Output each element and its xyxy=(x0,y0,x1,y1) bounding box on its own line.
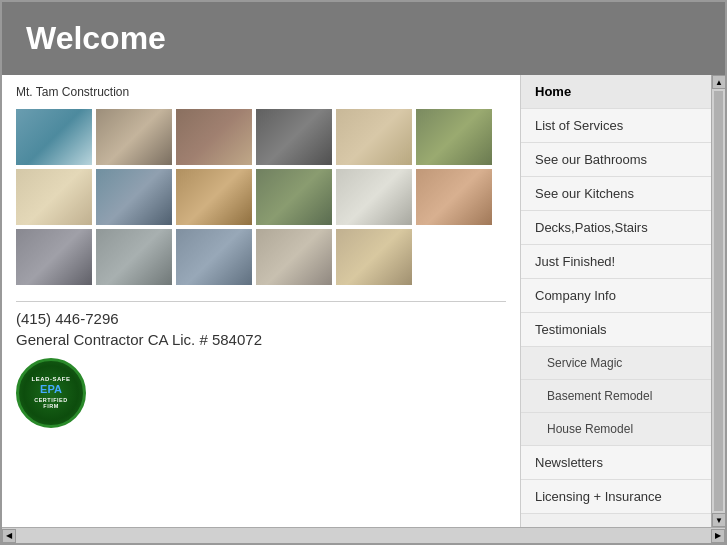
page-title: Welcome xyxy=(26,20,166,56)
scroll-right-button[interactable]: ▶ xyxy=(711,529,725,543)
company-name: Mt. Tam Construction xyxy=(16,85,506,99)
photo-7[interactable] xyxy=(16,169,92,225)
sidebar-item-see-our-bathrooms[interactable]: See our Bathrooms xyxy=(521,143,711,177)
epa-lead-safe: LEAD-SAFE xyxy=(32,376,71,383)
content-area: Mt. Tam Construction xyxy=(2,75,521,527)
photo-12[interactable] xyxy=(416,169,492,225)
photo-6[interactable] xyxy=(416,109,492,165)
photo-16[interactable] xyxy=(256,229,332,285)
epa-firm: FIRM xyxy=(43,403,58,410)
photo-8[interactable] xyxy=(96,169,172,225)
bottom-scrollbar: ◀ ▶ xyxy=(2,527,725,543)
main-window: Welcome Mt. Tam Construction xyxy=(0,0,727,545)
photo-15[interactable] xyxy=(176,229,252,285)
photo-3[interactable] xyxy=(176,109,252,165)
page-header: Welcome xyxy=(2,2,725,75)
sidebar-item-list-of-services[interactable]: List of Services xyxy=(521,109,711,143)
sidebar-item-newsletters[interactable]: Newsletters xyxy=(521,446,711,480)
scroll-up-button[interactable]: ▲ xyxy=(712,75,725,89)
photo-5[interactable] xyxy=(336,109,412,165)
horizontal-scroll-track[interactable] xyxy=(16,528,711,543)
sidebar-item-house-remodel[interactable]: House Remodel xyxy=(521,413,711,446)
right-scrollbar: ▲ ▼ xyxy=(711,75,725,527)
sidebar-item-service-magic[interactable]: Service Magic xyxy=(521,347,711,380)
scroll-thumb[interactable] xyxy=(714,91,723,511)
epa-certified: CERTIFIED xyxy=(34,397,68,404)
sidebar-item-testimonials[interactable]: Testimonials xyxy=(521,313,711,347)
sidebar: Home List of Services See our Bathrooms … xyxy=(521,75,711,527)
photo-11[interactable] xyxy=(336,169,412,225)
divider xyxy=(16,301,506,302)
sidebar-item-just-finished[interactable]: Just Finished! xyxy=(521,245,711,279)
photo-13[interactable] xyxy=(16,229,92,285)
phone-number: (415) 446-7296 xyxy=(16,310,506,327)
photo-2[interactable] xyxy=(96,109,172,165)
photo-1[interactable] xyxy=(16,109,92,165)
main-content-area: Mt. Tam Construction xyxy=(2,75,725,527)
photo-grid xyxy=(16,109,506,285)
license-number: General Contractor CA Lic. # 584072 xyxy=(16,331,506,348)
sidebar-item-see-our-kitchens[interactable]: See our Kitchens xyxy=(521,177,711,211)
sidebar-item-basement-remodel[interactable]: Basement Remodel xyxy=(521,380,711,413)
photo-9[interactable] xyxy=(176,169,252,225)
photo-14[interactable] xyxy=(96,229,172,285)
sidebar-item-company-info[interactable]: Company Info xyxy=(521,279,711,313)
photo-4[interactable] xyxy=(256,109,332,165)
photo-10[interactable] xyxy=(256,169,332,225)
scroll-left-button[interactable]: ◀ xyxy=(2,529,16,543)
epa-badge: LEAD-SAFE EPA CERTIFIED FIRM xyxy=(16,358,86,428)
scroll-down-button[interactable]: ▼ xyxy=(712,513,725,527)
sidebar-item-home[interactable]: Home xyxy=(521,75,711,109)
sidebar-item-licensing-insurance[interactable]: Licensing + Insurance xyxy=(521,480,711,514)
epa-logo-text: EPA xyxy=(40,383,62,396)
sidebar-item-decks-patios-stairs[interactable]: Decks,Patios,Stairs xyxy=(521,211,711,245)
photo-17[interactable] xyxy=(336,229,412,285)
